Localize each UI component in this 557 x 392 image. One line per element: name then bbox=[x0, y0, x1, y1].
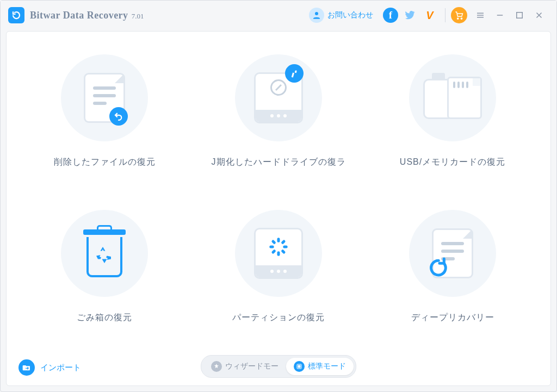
undo-badge-icon bbox=[109, 107, 128, 126]
svg-rect-7 bbox=[281, 249, 286, 254]
tile-label: 削除したファイルの復元 bbox=[54, 157, 156, 168]
tile-label: パーティションの復元 bbox=[232, 312, 325, 323]
tile-deleted-files[interactable]: 削除したファイルの復元 bbox=[17, 48, 191, 192]
app-title: Bitwar Data Recovery bbox=[30, 10, 128, 21]
document-return-icon bbox=[434, 230, 472, 277]
svg-rect-10 bbox=[269, 245, 274, 248]
clean-badge-icon bbox=[285, 64, 304, 83]
svg-rect-4 bbox=[277, 238, 280, 242]
twitter-icon[interactable] bbox=[403, 8, 418, 23]
svg-rect-13 bbox=[298, 365, 300, 368]
mode-standard[interactable]: 標準モード bbox=[286, 358, 354, 375]
drive-loading-icon bbox=[254, 228, 303, 279]
tile-label: ディープリカバリー bbox=[411, 312, 494, 323]
tile-formatted-drive[interactable]: J期化したハードドライブの復ラ bbox=[191, 48, 366, 192]
svg-point-1 bbox=[457, 18, 459, 19]
contact-link[interactable]: お問い合わせ bbox=[309, 8, 373, 23]
tile-illustration bbox=[235, 210, 322, 297]
tile-illustration bbox=[409, 210, 496, 297]
tile-illustration bbox=[61, 210, 148, 297]
svg-rect-3 bbox=[517, 13, 523, 18]
svg-rect-5 bbox=[281, 239, 286, 244]
tile-recycle-bin[interactable]: ごみ箱の復元 bbox=[17, 203, 191, 348]
recovery-options-grid: 削除したファイルの復元 J期化したハードドライブの復ラ bbox=[17, 48, 540, 347]
tile-illustration bbox=[235, 54, 322, 141]
mode-toggle: ウィザードモー 標準モード bbox=[201, 355, 356, 378]
tile-partition[interactable]: パーティションの復元 bbox=[191, 203, 366, 348]
contact-label: お問い合わせ bbox=[327, 10, 373, 20]
app-logo-icon bbox=[8, 7, 24, 23]
close-button[interactable] bbox=[529, 5, 549, 25]
tile-deep-recovery[interactable]: ディープリカバリー bbox=[366, 203, 540, 348]
titlebar-divider bbox=[445, 8, 445, 22]
tile-label: J期化したハードドライブの復ラ bbox=[212, 157, 346, 168]
title-bar: Bitwar Data Recovery 7.01 お問い合わせ f V bbox=[1, 1, 556, 30]
cart-button[interactable] bbox=[451, 7, 467, 23]
app-window: Bitwar Data Recovery 7.01 お問い合わせ f V bbox=[0, 0, 557, 392]
mode-standard-label: 標準モード bbox=[308, 362, 346, 371]
svg-point-0 bbox=[315, 12, 318, 15]
svg-rect-9 bbox=[271, 249, 276, 254]
maximize-button[interactable] bbox=[510, 5, 529, 25]
recycle-bin-icon bbox=[83, 229, 126, 277]
mode-wizard[interactable]: ウィザードモー bbox=[203, 358, 286, 375]
tile-illustration bbox=[61, 54, 148, 141]
minimize-button[interactable] bbox=[490, 5, 510, 25]
import-button[interactable]: インポート bbox=[18, 359, 81, 376]
import-label: インポート bbox=[40, 363, 81, 373]
svg-point-2 bbox=[461, 18, 462, 19]
folder-import-icon bbox=[18, 359, 35, 376]
menu-button[interactable] bbox=[471, 5, 490, 25]
contact-icon bbox=[309, 8, 324, 23]
mode-wizard-label: ウィザードモー bbox=[225, 362, 278, 371]
tile-label: ごみ箱の復元 bbox=[77, 312, 132, 323]
tile-label: USB/メモリカードの復元 bbox=[400, 157, 505, 168]
facebook-icon[interactable]: f bbox=[383, 8, 398, 23]
standard-mode-icon bbox=[294, 361, 305, 372]
app-version: 7.01 bbox=[132, 12, 144, 21]
tile-usb-memory-card[interactable]: USB/メモリカードの復元 bbox=[366, 48, 540, 192]
svg-rect-8 bbox=[277, 251, 280, 256]
wizard-mode-icon bbox=[211, 361, 222, 372]
tile-illustration bbox=[409, 54, 496, 141]
main-panel: 削除したファイルの復元 J期化したハードドライブの復ラ bbox=[6, 31, 551, 386]
v-icon[interactable]: V bbox=[422, 8, 437, 23]
document-icon bbox=[85, 74, 123, 121]
svg-rect-6 bbox=[283, 245, 287, 248]
sd-card-icon bbox=[447, 77, 482, 119]
svg-rect-11 bbox=[271, 239, 276, 244]
